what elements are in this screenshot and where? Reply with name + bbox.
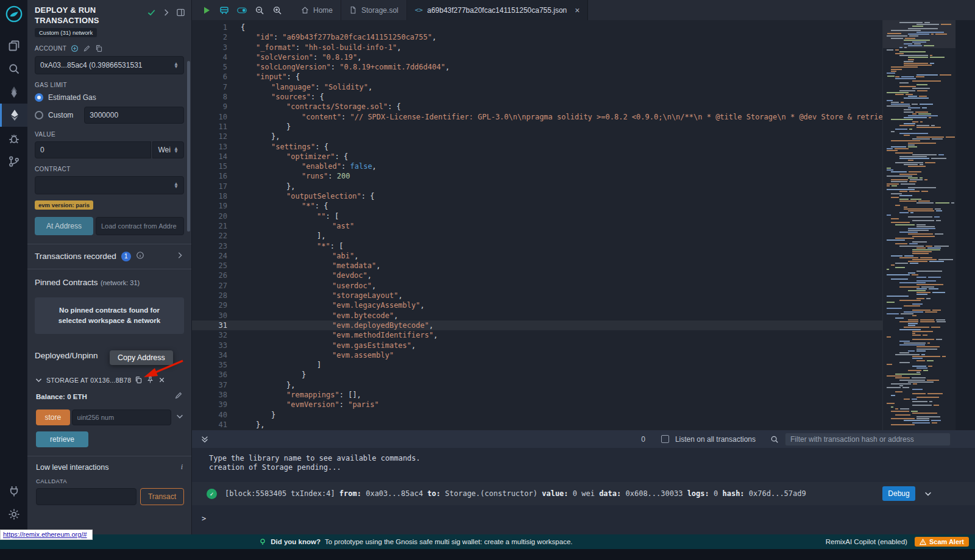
code-line[interactable]: 19"*": { xyxy=(192,201,882,211)
terminal-prompt[interactable]: > xyxy=(192,514,975,523)
debugger-icon[interactable] xyxy=(0,127,27,150)
info-icon[interactable] xyxy=(136,251,144,262)
script-runner-icon[interactable] xyxy=(219,5,229,15)
code-line[interactable]: 3"_format": "hh-sol-build-info-1", xyxy=(192,43,882,52)
account-stepper[interactable]: ▲▼ xyxy=(174,62,179,68)
code-line[interactable]: 40} xyxy=(192,410,882,420)
zoom-in-icon[interactable] xyxy=(272,5,282,15)
code-line[interactable]: 10"content": "// SPDX-License-Identifier… xyxy=(192,112,882,122)
remix-logo[interactable] xyxy=(5,5,23,23)
code-line[interactable]: 22], xyxy=(192,231,882,241)
search-icon[interactable] xyxy=(0,57,27,80)
store-arg-input[interactable] xyxy=(72,409,171,425)
code-line[interactable]: 27"userdoc", xyxy=(192,281,882,291)
low-level-info-icon[interactable]: i xyxy=(181,463,183,472)
code-line[interactable]: 37}, xyxy=(192,380,882,390)
custom-gas-input[interactable] xyxy=(84,107,184,124)
filter-input[interactable] xyxy=(785,433,951,446)
transaction-log-row[interactable]: ✓ [block:5583405 txIndex:4] from: 0xa03.… xyxy=(192,482,975,505)
code-line[interactable]: 16"runs": 200 xyxy=(192,171,882,181)
code-line[interactable]: 38"remappings": [], xyxy=(192,390,882,400)
code-line[interactable]: 4"solcVersion": "0.8.19", xyxy=(192,52,882,62)
scam-alert-badge[interactable]: Scam Alert xyxy=(915,537,969,547)
code-line[interactable]: 12}, xyxy=(192,132,882,141)
retrieve-button[interactable]: retrieve xyxy=(36,431,88,447)
add-account-icon[interactable] xyxy=(71,44,79,52)
play-icon[interactable] xyxy=(202,5,211,15)
estimated-gas-radio[interactable] xyxy=(35,93,43,102)
debug-button[interactable]: Debug xyxy=(882,486,915,501)
code-line[interactable]: 5"solcLongVersion": "0.8.19+commit.7dd6d… xyxy=(192,62,882,72)
code-line[interactable]: 11} xyxy=(192,122,882,132)
edit-account-icon[interactable] xyxy=(83,44,91,52)
line-number: 38 xyxy=(192,390,227,400)
expand-log-icon[interactable] xyxy=(924,489,932,498)
load-contract-input[interactable] xyxy=(96,217,184,235)
code-line[interactable]: 18"outputSelection": { xyxy=(192,191,882,201)
code-line[interactable]: 24"abi", xyxy=(192,251,882,261)
copilot-status[interactable]: RemixAI Copilot (enabled) xyxy=(826,538,907,545)
listen-checkbox[interactable] xyxy=(661,435,669,443)
transact-button[interactable]: Transact xyxy=(140,488,184,505)
code-line[interactable]: 21"ast" xyxy=(192,221,882,231)
expand-args-icon[interactable] xyxy=(176,412,184,423)
tab-storage-sol[interactable]: Storage.sol xyxy=(341,0,407,20)
code-line[interactable]: 23"*": [ xyxy=(192,241,882,251)
pin-panel-icon[interactable] xyxy=(176,8,185,17)
value-unit-select[interactable]: Wei ▲▼ xyxy=(152,141,184,158)
code-line[interactable]: 15"enabled": false, xyxy=(192,161,882,171)
account-select[interactable]: 0xA03...85ac4 (0.39866531531 ▲▼ xyxy=(35,56,184,74)
edit-balance-icon[interactable] xyxy=(174,391,183,402)
custom-gas-radio[interactable] xyxy=(35,111,43,119)
expand-transactions-icon[interactable] xyxy=(176,251,184,262)
store-button[interactable]: store xyxy=(36,409,70,425)
code-editor[interactable]: 1{2"id": "a69b43f277ba20fcac141151250ca7… xyxy=(192,20,882,430)
value-input[interactable] xyxy=(35,141,151,158)
code-line[interactable]: 32"evm.methodIdentifiers", xyxy=(192,330,882,340)
close-tab-icon[interactable]: × xyxy=(575,6,580,15)
editor-scroll-gutter[interactable] xyxy=(956,20,975,430)
code-line[interactable]: 41}, xyxy=(192,420,882,430)
git-icon[interactable] xyxy=(0,150,27,173)
code-line[interactable]: 26"devdoc", xyxy=(192,271,882,280)
calldata-input[interactable] xyxy=(36,488,136,505)
code-line[interactable]: 17}, xyxy=(192,182,882,191)
file-explorer-icon[interactable] xyxy=(0,34,27,57)
tab-home[interactable]: Home xyxy=(293,0,341,20)
copy-account-icon[interactable] xyxy=(95,44,103,52)
tab-build-info-json[interactable]: <> a69b43f277ba20fcac141151250ca755.json… xyxy=(407,0,589,20)
code-line[interactable]: 20"": [ xyxy=(192,211,882,221)
code-line[interactable]: 7"language": "Solidity", xyxy=(192,82,882,92)
code-line[interactable]: 13"settings": { xyxy=(192,142,882,152)
plugin-manager-icon[interactable] xyxy=(0,480,27,503)
settings-icon[interactable] xyxy=(0,503,27,526)
code-line[interactable]: 25"metadata", xyxy=(192,261,882,271)
deploy-run-icon[interactable] xyxy=(0,104,27,127)
code-line[interactable]: 34"evm.assembly" xyxy=(192,350,882,360)
code-line[interactable]: 33"evm.gasEstimates", xyxy=(192,341,882,350)
code-line[interactable]: 29"evm.legacyAssembly", xyxy=(192,300,882,310)
code-line[interactable]: 6"input": { xyxy=(192,72,882,82)
code-line[interactable]: 14"optimizer": { xyxy=(192,152,882,161)
code-line[interactable]: 8"sources": { xyxy=(192,92,882,102)
panel-scrollbar[interactable] xyxy=(187,61,190,232)
zoom-out-icon[interactable] xyxy=(255,5,264,15)
code-line[interactable]: 30"evm.bytecode", xyxy=(192,311,882,321)
code-line[interactable]: 39"evmVersion": "paris" xyxy=(192,400,882,409)
code-line[interactable]: 28"storageLayout", xyxy=(192,291,882,300)
code-line[interactable]: 31"evm.deployedBytecode", xyxy=(192,321,882,330)
code-line[interactable]: 1{ xyxy=(192,23,882,32)
code-line[interactable]: 2"id": "a69b43f277ba20fcac141151250ca755… xyxy=(192,32,882,42)
solidity-compiler-icon[interactable] xyxy=(0,80,27,104)
code-line[interactable]: 35] xyxy=(192,360,882,370)
toggle-icon[interactable] xyxy=(237,5,247,15)
code-line[interactable]: 9"contracts/Storage.sol": { xyxy=(192,102,882,112)
contract-select[interactable]: ▲▼ xyxy=(35,176,184,194)
expand-terminal-icon[interactable] xyxy=(200,435,209,444)
chevron-right-icon[interactable] xyxy=(161,8,171,17)
minimap[interactable] xyxy=(882,20,956,430)
terminal-search-icon[interactable] xyxy=(770,435,779,444)
at-address-button[interactable]: At Address xyxy=(35,217,93,235)
code-line[interactable]: 36} xyxy=(192,370,882,380)
collapse-instance-icon[interactable] xyxy=(35,376,43,384)
